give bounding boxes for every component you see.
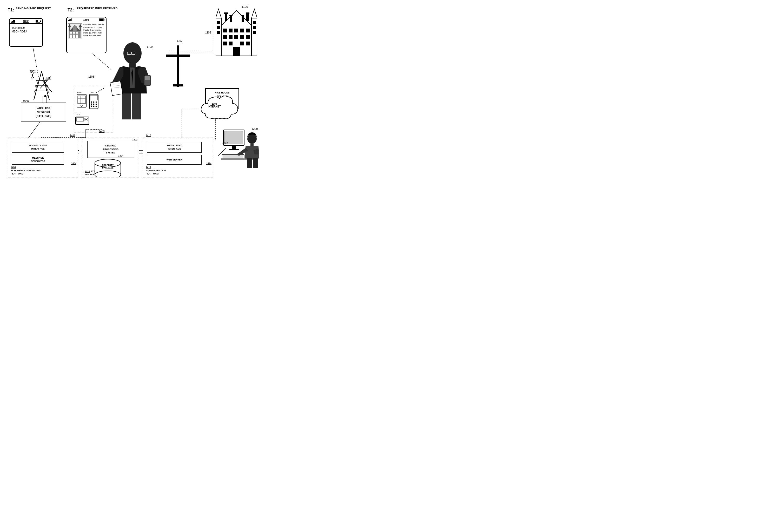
svg-point-148 <box>95 171 121 176</box>
web-client-interface-box: WEB CLIENTINTERFACE <box>147 142 201 153</box>
svg-rect-89 <box>76 117 89 125</box>
t2-label: T2: <box>68 8 74 13</box>
property-db-label: PROPERTYDATABASE <box>92 164 123 169</box>
central-processing-box: CENTRALPROCESSINGSYSTEM <box>87 141 134 158</box>
svg-point-80 <box>91 101 92 103</box>
svg-point-85 <box>96 103 97 105</box>
phone1-ref: 1802 <box>23 20 29 23</box>
svg-rect-131 <box>229 15 233 16</box>
svg-rect-108 <box>177 45 179 87</box>
ref-1414: 1414 <box>206 162 211 165</box>
svg-point-156 <box>247 134 257 144</box>
t1-description: SENDING INFO REQUEST <box>16 7 51 10</box>
web-server-box: WEB SERVER <box>147 155 201 165</box>
svg-rect-121 <box>246 35 250 39</box>
svg-rect-113 <box>229 29 233 33</box>
desk-person-svg <box>221 125 260 170</box>
svg-point-93 <box>123 42 142 64</box>
svg-rect-132 <box>242 16 244 22</box>
svg-rect-117 <box>223 35 227 39</box>
central-processing-label: CENTRALPROCESSINGSYSTEM <box>103 144 118 155</box>
phone2-content: Fabulous Italian villa on Lake Butler, 5… <box>83 23 105 39</box>
svg-rect-41 <box>104 19 105 21</box>
t1-label: T1: <box>8 8 14 13</box>
svg-rect-154 <box>223 155 243 159</box>
internet-cloud: 1300 INTERNET <box>195 94 242 126</box>
mobile-client-label: MOBILE CLIENTINTERFACE <box>29 144 47 150</box>
svg-point-91 <box>84 119 86 120</box>
phone1-msg: MSG> ADGJ <box>12 30 40 33</box>
device1-icon <box>76 94 87 108</box>
svg-rect-145 <box>253 31 256 34</box>
svg-rect-34 <box>40 21 41 22</box>
admin-platform-label: 1410 ADMINISTRATION PLATFORM <box>146 166 166 175</box>
person-svg <box>104 41 156 127</box>
building-svg <box>216 5 257 57</box>
person-ref: 1700 <box>147 45 153 48</box>
svg-rect-38 <box>71 19 72 21</box>
wireless-ref: 1500 <box>23 100 29 103</box>
cross-ref1: 1102 <box>177 39 183 42</box>
ref-1600: 1600 <box>45 77 51 80</box>
svg-rect-79 <box>90 95 98 100</box>
svg-rect-53 <box>80 27 81 31</box>
svg-rect-126 <box>233 47 240 56</box>
svg-rect-124 <box>240 41 244 45</box>
ref-1412: 1412 <box>146 134 151 137</box>
svg-rect-71 <box>77 94 86 107</box>
svg-rect-48 <box>76 34 78 38</box>
svg-rect-144 <box>253 26 256 29</box>
person-illustration <box>104 41 156 127</box>
diagram: T1: SENDING INFO REQUEST T2: REQUESTED I… <box>0 0 260 182</box>
mobile-client-interface-box: MOBILE CLIENTINTERFACE <box>12 142 64 153</box>
svg-rect-50 <box>73 26 76 31</box>
web-client-label: WEB CLIENTINTERFACE <box>167 144 182 150</box>
cloud-svg <box>195 94 242 125</box>
message-generator-label: MESSAGEGENERATOR <box>31 156 45 163</box>
phone1-to: TO> 88999 <box>12 27 40 29</box>
svg-rect-31 <box>14 20 15 23</box>
cell-tower <box>31 70 52 102</box>
svg-rect-143 <box>253 21 256 24</box>
svg-rect-100 <box>132 94 141 119</box>
svg-rect-30 <box>13 20 14 23</box>
svg-point-88 <box>96 106 97 107</box>
svg-rect-139 <box>217 26 220 29</box>
svg-marker-142 <box>252 9 257 18</box>
device1-ref: 1604 <box>77 91 82 94</box>
svg-rect-36 <box>69 20 70 21</box>
svg-point-87 <box>93 106 95 107</box>
ref-1434: 1434 <box>71 162 76 165</box>
ref-1424: 1424 <box>118 155 123 157</box>
svg-rect-112 <box>223 29 227 33</box>
svg-rect-120 <box>240 35 244 39</box>
svg-rect-29 <box>12 21 13 23</box>
battery1-icon <box>36 20 41 23</box>
property-database: PROPERTYDATABASE 1424 <box>92 159 123 177</box>
ref-1422: 1422 <box>132 138 137 141</box>
svg-marker-52 <box>68 24 71 27</box>
svg-point-92 <box>87 119 88 120</box>
svg-rect-123 <box>229 41 233 45</box>
electronic-messaging-platform: MOBILE CLIENTINTERFACE MESSAGEGENERATOR … <box>8 138 78 178</box>
svg-rect-159 <box>253 158 258 168</box>
svg-rect-118 <box>229 35 233 39</box>
cross-ref2: 1102 <box>205 31 211 34</box>
svg-rect-35 <box>68 20 69 21</box>
svg-rect-114 <box>234 29 238 33</box>
device2-ref: 1606 <box>89 91 94 94</box>
svg-rect-33 <box>36 20 38 22</box>
svg-rect-128 <box>225 13 227 21</box>
svg-rect-98 <box>145 76 150 80</box>
svg-rect-110 <box>173 84 183 87</box>
ref-1608: 1608 <box>88 75 94 78</box>
svg-rect-130 <box>230 16 232 22</box>
svg-marker-54 <box>79 24 82 27</box>
svg-rect-90 <box>76 118 84 121</box>
svg-rect-109 <box>166 54 190 57</box>
svg-rect-101 <box>110 81 122 96</box>
tower-ref: 1502 <box>30 70 36 73</box>
computer-ref2: 1202 <box>222 142 228 144</box>
mobile-devices-label: MOBILE DEVICES <box>74 128 113 131</box>
svg-rect-47 <box>73 34 75 38</box>
